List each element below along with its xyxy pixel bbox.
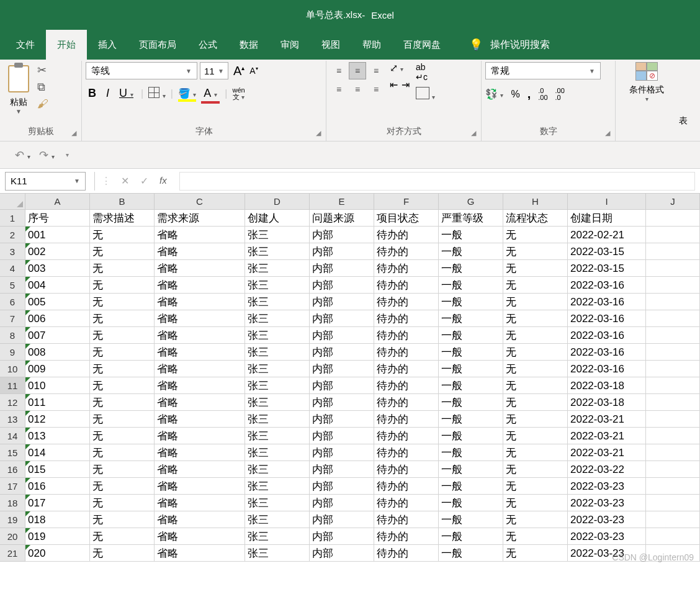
cell[interactable]: 一般 bbox=[439, 461, 503, 478]
redo-button[interactable]: ↷ ▾ bbox=[39, 148, 55, 162]
name-box[interactable]: K11▼ bbox=[5, 172, 86, 191]
cell[interactable]: 省略 bbox=[155, 478, 245, 495]
cell[interactable]: 006 bbox=[25, 310, 90, 327]
col-header-F[interactable]: F bbox=[374, 194, 439, 210]
col-header-A[interactable]: A bbox=[25, 194, 90, 210]
cell[interactable] bbox=[646, 327, 700, 344]
decrease-decimal-button[interactable]: .00.0 bbox=[555, 88, 565, 101]
cell[interactable]: 2022-03-16 bbox=[568, 361, 646, 377]
row-header[interactable]: 18 bbox=[0, 495, 25, 511]
cell[interactable]: 待办的 bbox=[374, 377, 439, 394]
cell[interactable]: 无 bbox=[90, 428, 155, 444]
cell[interactable]: 019 bbox=[25, 528, 90, 545]
cell[interactable]: 005 bbox=[25, 294, 90, 310]
col-header-J[interactable]: J bbox=[646, 194, 700, 210]
cell[interactable] bbox=[646, 528, 700, 545]
select-all-corner[interactable] bbox=[0, 194, 25, 210]
cell[interactable] bbox=[646, 428, 700, 444]
cell[interactable]: 无 bbox=[90, 294, 155, 310]
cell[interactable]: 2022-03-16 bbox=[568, 310, 646, 327]
cell[interactable]: 严重等级 bbox=[439, 210, 503, 227]
cell[interactable]: 待办的 bbox=[374, 277, 439, 294]
cell[interactable]: 无 bbox=[90, 377, 155, 394]
cell[interactable] bbox=[646, 377, 700, 394]
col-header-H[interactable]: H bbox=[503, 194, 568, 210]
cell[interactable]: 待办的 bbox=[374, 411, 439, 428]
cell[interactable]: 省略 bbox=[155, 461, 245, 478]
cell[interactable]: 待办的 bbox=[374, 444, 439, 461]
cell[interactable]: 项目状态 bbox=[374, 210, 439, 227]
format-painter-button[interactable]: 🖌 bbox=[37, 97, 48, 110]
cell[interactable]: 内部 bbox=[310, 528, 374, 545]
cell[interactable]: 2022-03-23 bbox=[568, 511, 646, 528]
cell[interactable]: 一般 bbox=[439, 277, 503, 294]
cell[interactable]: 2022-03-15 bbox=[568, 243, 646, 260]
underline-button[interactable]: U ▾ bbox=[117, 86, 136, 101]
cell[interactable]: 内部 bbox=[310, 310, 374, 327]
col-header-I[interactable]: I bbox=[568, 194, 646, 210]
cell[interactable]: 待办的 bbox=[374, 310, 439, 327]
cell[interactable]: 一般 bbox=[439, 243, 503, 260]
cell[interactable]: 无 bbox=[503, 227, 568, 243]
cell[interactable]: 一般 bbox=[439, 361, 503, 377]
cell[interactable]: 无 bbox=[503, 243, 568, 260]
cell[interactable]: 无 bbox=[503, 478, 568, 495]
cell[interactable]: 待办的 bbox=[374, 478, 439, 495]
cell[interactable]: 2022-03-23 bbox=[568, 478, 646, 495]
cell[interactable]: 无 bbox=[503, 294, 568, 310]
cell[interactable]: 待办的 bbox=[374, 361, 439, 377]
cell[interactable]: 内部 bbox=[310, 227, 374, 243]
cell[interactable]: 无 bbox=[90, 394, 155, 411]
phonetic-button[interactable]: wén文 ▾ bbox=[232, 87, 245, 101]
cell[interactable]: 一般 bbox=[439, 394, 503, 411]
cell[interactable]: 012 bbox=[25, 411, 90, 428]
enter-button[interactable]: ✓ bbox=[140, 175, 148, 187]
cell[interactable]: 一般 bbox=[439, 411, 503, 428]
percent-button[interactable]: % bbox=[511, 89, 519, 100]
shrink-font-button[interactable]: A▾ bbox=[249, 66, 258, 76]
cell[interactable]: 无 bbox=[503, 444, 568, 461]
cell[interactable]: 一般 bbox=[439, 327, 503, 344]
cell[interactable]: 001 bbox=[25, 227, 90, 243]
cell[interactable] bbox=[646, 444, 700, 461]
cell[interactable]: 省略 bbox=[155, 411, 245, 428]
row-header[interactable]: 8 bbox=[0, 327, 25, 344]
cell[interactable]: 无 bbox=[90, 511, 155, 528]
comma-button[interactable]: , bbox=[527, 87, 531, 101]
row-header[interactable]: 5 bbox=[0, 277, 25, 294]
row-header[interactable]: 20 bbox=[0, 528, 25, 545]
cell[interactable]: 2022-03-16 bbox=[568, 344, 646, 361]
cell[interactable]: 013 bbox=[25, 428, 90, 444]
launcher-icon[interactable]: ◢ bbox=[471, 129, 476, 137]
align-right-button[interactable]: ≡ bbox=[367, 81, 385, 98]
font-size-select[interactable]: 11▼ bbox=[200, 62, 228, 79]
increase-indent-button[interactable]: ⇥ bbox=[402, 79, 410, 91]
wrap-text-button[interactable]: ab↵c bbox=[416, 62, 435, 82]
row-header[interactable]: 7 bbox=[0, 310, 25, 327]
cell[interactable]: 2022-03-23 bbox=[568, 528, 646, 545]
cell[interactable]: 省略 bbox=[155, 545, 245, 562]
cell[interactable]: 省略 bbox=[155, 495, 245, 511]
cell[interactable]: 一般 bbox=[439, 344, 503, 361]
tab-file[interactable]: 文件 bbox=[5, 30, 46, 60]
cell[interactable]: 无 bbox=[90, 528, 155, 545]
fill-color-button[interactable]: 🪣 ▾ bbox=[178, 88, 196, 99]
cell[interactable]: 无 bbox=[503, 327, 568, 344]
cell[interactable]: 张三 bbox=[245, 344, 310, 361]
align-top-button[interactable]: ≡ bbox=[330, 62, 348, 79]
cell[interactable]: 2022-03-15 bbox=[568, 260, 646, 277]
cell[interactable]: 无 bbox=[503, 310, 568, 327]
cell[interactable]: 省略 bbox=[155, 310, 245, 327]
cell[interactable]: 张三 bbox=[245, 444, 310, 461]
cell[interactable]: 省略 bbox=[155, 394, 245, 411]
cell[interactable]: 内部 bbox=[310, 260, 374, 277]
cell[interactable]: 014 bbox=[25, 444, 90, 461]
launcher-icon[interactable]: ◢ bbox=[316, 129, 321, 137]
cell[interactable]: 内部 bbox=[310, 277, 374, 294]
tab-home[interactable]: 开始 bbox=[46, 30, 87, 60]
cell[interactable]: 无 bbox=[90, 545, 155, 562]
cell[interactable] bbox=[646, 495, 700, 511]
cell[interactable]: 010 bbox=[25, 377, 90, 394]
cell[interactable]: 2022-03-16 bbox=[568, 327, 646, 344]
cell[interactable]: 内部 bbox=[310, 327, 374, 344]
